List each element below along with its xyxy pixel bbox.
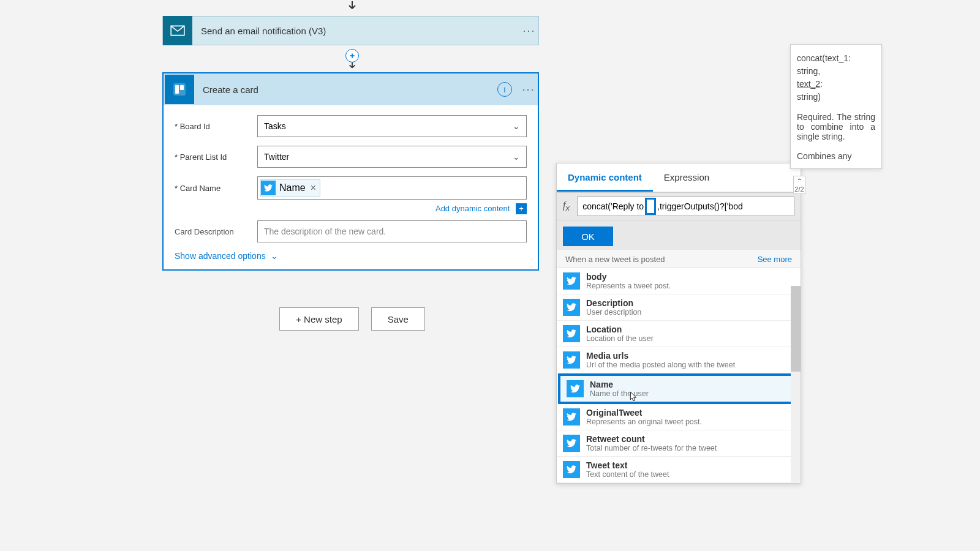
info-icon[interactable]: i (497, 82, 512, 97)
save-button[interactable]: Save (371, 307, 425, 331)
twitter-icon (261, 181, 276, 195)
dyn-item-description[interactable]: DescriptionUser description (557, 294, 801, 321)
card-name-label: * Card Name (175, 184, 257, 193)
add-dynamic-content-link[interactable]: Add dynamic content (435, 204, 510, 213)
dyn-item-body[interactable]: bodyRepresents a tweet post. (557, 268, 801, 294)
board-id-label: * Board Id (175, 122, 257, 131)
chevron-down-icon: ⌄ (513, 152, 520, 162)
email-icon (163, 16, 192, 45)
svg-rect-1 (175, 85, 179, 94)
connector-arrow (162, 0, 542, 12)
new-step-button[interactable]: + New step (279, 307, 358, 331)
twitter-icon (563, 299, 580, 316)
parent-list-select[interactable]: Twitter ⌄ (257, 146, 527, 168)
dyn-item-location[interactable]: LocationLocation of the user (557, 321, 801, 347)
add-step-button[interactable]: + (345, 49, 359, 62)
trello-icon (165, 75, 194, 104)
name-chip[interactable]: Name × (260, 179, 320, 197)
card-name-input[interactable]: Name × (257, 176, 527, 200)
parent-list-label: * Parent List Id (175, 152, 257, 162)
dyn-item-name[interactable]: NameName of the user (558, 373, 799, 404)
show-advanced-options[interactable]: Show advanced options ⌄ (175, 251, 527, 261)
twitter-icon (563, 272, 580, 290)
twitter-icon (563, 325, 580, 342)
dynamic-content-list: bodyRepresents a tweet post. Description… (557, 268, 801, 483)
ok-button[interactable]: OK (563, 227, 613, 246)
create-card-header[interactable]: Create a card i ··· (164, 73, 538, 105)
chevron-down-icon: ⌄ (271, 251, 278, 261)
tab-dynamic-content[interactable]: Dynamic content (557, 163, 653, 192)
connector-arrow (346, 62, 358, 71)
add-dynamic-plus[interactable]: + (516, 203, 527, 214)
tab-expression[interactable]: Expression (653, 163, 720, 192)
fx-icon: fx (563, 200, 570, 212)
twitter-icon (563, 408, 580, 425)
expression-input[interactable]: concat('Reply to ,triggerOutputs()?['bod (577, 197, 794, 216)
dynamic-content-panel: ⌃2/2 Dynamic content Expression fx conca… (556, 163, 801, 484)
collapse-panel[interactable]: ⌃2/2 (793, 176, 805, 194)
dyn-item-retweet-count[interactable]: Retweet countTotal number of re-tweets f… (557, 430, 801, 457)
remove-chip[interactable]: × (311, 182, 316, 193)
section-title: When a new tweet is posted (565, 255, 665, 264)
scrollbar[interactable] (791, 286, 801, 482)
card-desc-input[interactable]: The description of the new card. (257, 220, 527, 242)
dyn-item-tweet-text[interactable]: Tweet textText content of the tweet (557, 457, 801, 483)
twitter-icon (563, 435, 580, 452)
expression-tooltip: concat(text_1: string, text_2: string) R… (790, 44, 882, 169)
card-desc-label: Card Description (175, 227, 257, 236)
email-step-menu[interactable]: ··· (520, 24, 538, 37)
twitter-icon (567, 380, 584, 397)
board-id-select[interactable]: Tasks ⌄ (257, 115, 527, 137)
chevron-down-icon: ⌄ (513, 121, 520, 131)
create-card-step: Create a card i ··· * Board Id Tasks ⌄ *… (162, 72, 539, 271)
dyn-item-original-tweet[interactable]: OriginalTweetRepresents an original twee… (557, 404, 801, 430)
create-card-title: Create a card (195, 84, 497, 95)
dyn-item-media-urls[interactable]: Media urlsUrl of the media posted along … (557, 347, 801, 373)
twitter-icon (563, 461, 580, 478)
email-step-title: Send an email notification (V3) (192, 26, 520, 36)
email-step-card[interactable]: Send an email notification (V3) ··· (162, 16, 539, 45)
create-card-menu[interactable]: ··· (519, 83, 538, 96)
twitter-icon (563, 351, 580, 369)
see-more-link[interactable]: See more (758, 255, 792, 264)
svg-rect-2 (180, 85, 184, 90)
